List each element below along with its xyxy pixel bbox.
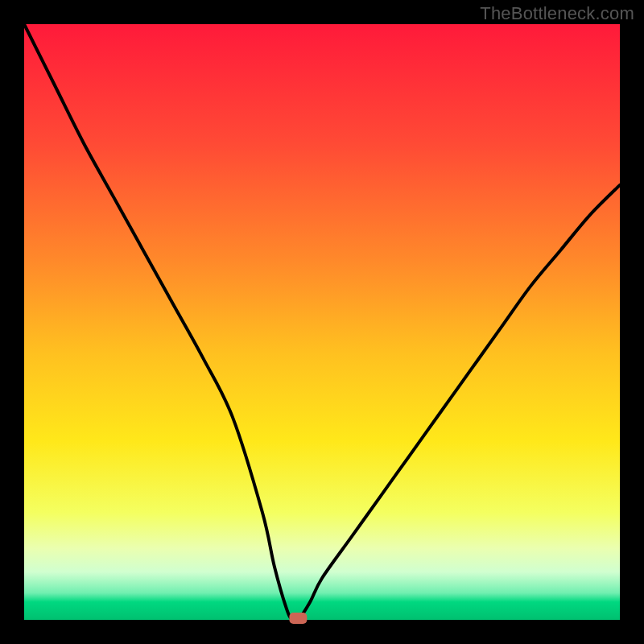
optimum-marker bbox=[289, 613, 307, 624]
bottleneck-chart: TheBottleneck.com bbox=[0, 0, 644, 644]
plot-background bbox=[24, 24, 620, 620]
chart-svg bbox=[0, 0, 644, 644]
watermark-text: TheBottleneck.com bbox=[480, 3, 634, 24]
